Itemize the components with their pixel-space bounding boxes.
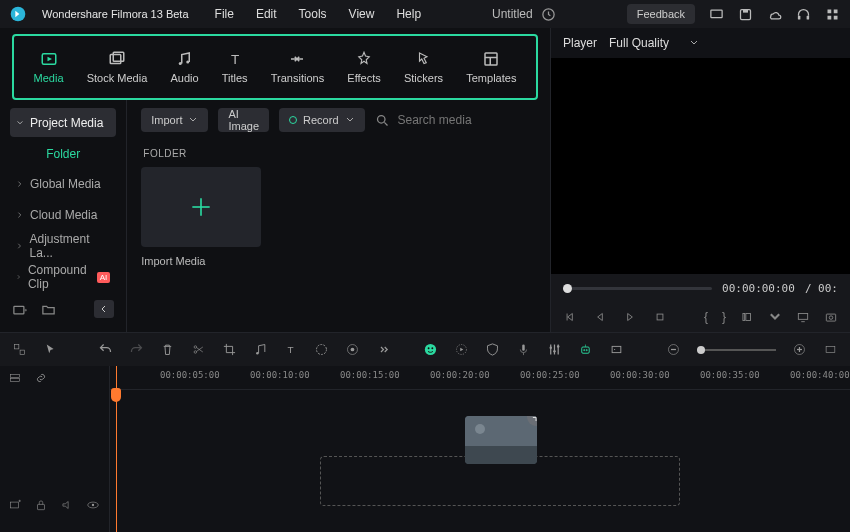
keyframe-icon[interactable] — [314, 342, 329, 357]
link-icon[interactable] — [34, 371, 48, 385]
marker-icon[interactable] — [609, 342, 624, 357]
snapshot-icon[interactable] — [824, 310, 838, 324]
svg-point-50 — [428, 347, 430, 349]
prev-frame-icon[interactable] — [563, 310, 577, 324]
ai-robot-icon[interactable] — [578, 342, 593, 357]
shield-icon[interactable] — [485, 342, 500, 357]
playhead-handle[interactable] — [111, 388, 121, 402]
search-input[interactable] — [398, 113, 548, 127]
menu-help[interactable]: Help — [396, 7, 421, 21]
menu-tools[interactable]: Tools — [299, 7, 327, 21]
redo-icon[interactable] — [129, 342, 144, 357]
folder-icon[interactable] — [41, 302, 56, 317]
playhead[interactable] — [116, 366, 117, 532]
ai-face-icon[interactable] — [423, 342, 438, 357]
mute-icon[interactable] — [60, 498, 74, 512]
headphones-icon[interactable] — [796, 7, 811, 22]
zoom-handle[interactable] — [697, 346, 705, 354]
sidebar-item-adjustment-layer[interactable]: Adjustment La... — [10, 232, 116, 261]
play-icon[interactable] — [623, 310, 637, 324]
stop-icon[interactable] — [653, 310, 667, 324]
text-tool-icon[interactable]: T — [283, 342, 298, 357]
play-back-icon[interactable] — [593, 310, 607, 324]
chevron-down-icon[interactable] — [768, 310, 782, 324]
menu-edit[interactable]: Edit — [256, 7, 277, 21]
crop-icon[interactable] — [222, 342, 237, 357]
sidebar-folder-tab[interactable]: Folder — [10, 139, 116, 167]
mark-in-icon[interactable] — [740, 310, 754, 324]
collapse-sidebar-button[interactable] — [94, 300, 114, 318]
tab-effects[interactable]: Effects — [347, 50, 380, 84]
tab-media[interactable]: Media — [34, 50, 64, 84]
brace-close-icon[interactable]: } — [722, 310, 726, 324]
record-dropdown[interactable]: Record — [279, 108, 364, 132]
speed-icon[interactable] — [253, 342, 268, 357]
sidebar: Project Media Folder Global Media Cloud … — [0, 100, 127, 332]
menu-file[interactable]: File — [215, 7, 234, 21]
delete-icon[interactable] — [160, 342, 175, 357]
cursor-icon[interactable] — [43, 342, 58, 357]
preview-viewport[interactable] — [551, 58, 850, 274]
menu-view[interactable]: View — [349, 7, 375, 21]
zoom-in-icon[interactable] — [792, 342, 807, 357]
cloud-icon[interactable] — [767, 7, 782, 22]
tab-templates[interactable]: Templates — [466, 50, 516, 84]
selection-tool-icon[interactable] — [12, 342, 27, 357]
tab-audio[interactable]: Audio — [170, 50, 198, 84]
more-tools-icon[interactable] — [376, 342, 391, 357]
color-icon[interactable] — [345, 342, 360, 357]
mixer-icon[interactable] — [547, 342, 562, 357]
monitor-icon[interactable] — [709, 7, 724, 22]
project-title: Untitled — [492, 7, 533, 21]
sidebar-item-compound-clip[interactable]: Compound ClipAI — [10, 263, 116, 292]
brace-open-icon[interactable]: { — [704, 310, 708, 324]
sidebar-item-global-media[interactable]: Global Media — [10, 169, 116, 198]
tick: 00:00:15:00 — [340, 370, 400, 380]
apps-icon[interactable] — [825, 7, 840, 22]
tab-effects-label: Effects — [347, 72, 380, 84]
visibility-icon[interactable] — [86, 498, 100, 512]
preview-controls: { } — [551, 302, 850, 332]
timeline-layout-icon[interactable] — [8, 371, 22, 385]
save-icon[interactable] — [738, 7, 753, 22]
ai-image-button[interactable]: AI Image — [218, 108, 269, 132]
feedback-button[interactable]: Feedback — [627, 4, 695, 24]
sidebar-item-cloud-media[interactable]: Cloud Media — [10, 200, 116, 229]
tab-stock-media[interactable]: Stock Media — [87, 50, 148, 84]
clip-thumbnail[interactable]: + — [465, 416, 537, 464]
media-icon — [39, 50, 59, 68]
zoom-out-icon[interactable] — [666, 342, 681, 357]
sync-icon[interactable] — [541, 7, 556, 22]
track-header-area — [0, 390, 109, 532]
lock-icon[interactable] — [34, 498, 48, 512]
undo-icon[interactable] — [98, 342, 113, 357]
new-folder-icon[interactable] — [12, 302, 27, 317]
sidebar-item-label: Global Media — [30, 177, 101, 191]
tab-stickers[interactable]: Stickers — [404, 50, 443, 84]
tab-transitions[interactable]: Transitions — [271, 50, 324, 84]
zoom-slider[interactable] — [697, 349, 777, 351]
svg-rect-74 — [10, 379, 19, 382]
svg-rect-14 — [113, 52, 124, 61]
add-track-icon[interactable] — [8, 498, 22, 512]
progress-handle[interactable] — [563, 284, 572, 293]
project-title-wrap: Untitled — [437, 7, 611, 22]
tab-titles[interactable]: TTitles — [222, 50, 248, 84]
import-dropdown[interactable]: Import — [141, 108, 208, 132]
mic-icon[interactable] — [516, 342, 531, 357]
tick: 00:00:20:00 — [430, 370, 490, 380]
progress-slider[interactable] — [563, 287, 712, 290]
media-tabs: Media Stock Media Audio TTitles Transiti… — [12, 34, 538, 100]
sidebar-project-media[interactable]: Project Media — [10, 108, 116, 137]
import-media-tile[interactable] — [141, 167, 261, 247]
time-ruler[interactable]: 00:00:05:00 00:00:10:00 00:00:15:00 00:0… — [110, 366, 850, 390]
display-icon[interactable] — [796, 310, 810, 324]
split-icon[interactable] — [191, 342, 206, 357]
svg-point-63 — [584, 350, 585, 351]
search-icon[interactable] — [375, 113, 390, 128]
tick: 00:00:05:00 — [160, 370, 220, 380]
render-icon[interactable] — [454, 342, 469, 357]
zoom-fit-icon[interactable] — [823, 342, 838, 357]
timeline-tracks[interactable]: 00:00:05:00 00:00:10:00 00:00:15:00 00:0… — [110, 366, 850, 532]
quality-dropdown[interactable]: Full Quality — [609, 36, 699, 50]
